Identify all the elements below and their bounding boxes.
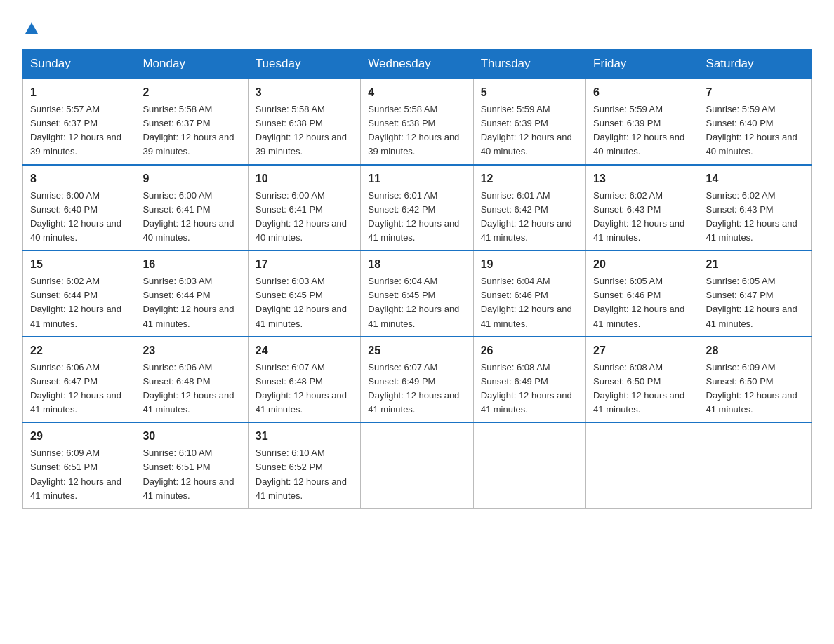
day-number: 6 — [593, 84, 691, 101]
calendar-day-cell: 27Sunrise: 6:08 AMSunset: 6:50 PMDayligh… — [586, 337, 699, 423]
day-number: 23 — [143, 342, 240, 359]
col-header-tuesday: Tuesday — [248, 50, 360, 79]
day-number: 11 — [368, 170, 465, 187]
day-number: 14 — [706, 170, 804, 187]
calendar-week-row: 1Sunrise: 5:57 AMSunset: 6:37 PMDaylight… — [23, 79, 812, 165]
day-info: Sunrise: 6:08 AMSunset: 6:50 PMDaylight:… — [593, 361, 691, 417]
calendar-day-cell: 9Sunrise: 6:00 AMSunset: 6:41 PMDaylight… — [135, 165, 248, 251]
calendar-day-cell: 10Sunrise: 6:00 AMSunset: 6:41 PMDayligh… — [248, 165, 360, 251]
day-number: 2 — [143, 84, 240, 101]
day-info: Sunrise: 6:09 AMSunset: 6:50 PMDaylight:… — [706, 361, 804, 417]
calendar-day-cell: 19Sunrise: 6:04 AMSunset: 6:46 PMDayligh… — [473, 250, 585, 337]
calendar-day-cell: 8Sunrise: 6:00 AMSunset: 6:40 PMDaylight… — [23, 165, 135, 251]
day-info: Sunrise: 6:04 AMSunset: 6:45 PMDaylight:… — [368, 274, 465, 331]
col-header-saturday: Saturday — [699, 50, 811, 79]
day-number: 5 — [481, 84, 578, 101]
day-info: Sunrise: 6:06 AMSunset: 6:48 PMDaylight:… — [143, 361, 240, 417]
calendar-week-row: 15Sunrise: 6:02 AMSunset: 6:44 PMDayligh… — [23, 250, 812, 337]
day-info: Sunrise: 5:58 AMSunset: 6:38 PMDaylight:… — [368, 102, 465, 159]
day-info: Sunrise: 6:05 AMSunset: 6:47 PMDaylight:… — [706, 274, 804, 331]
calendar-day-cell: 29Sunrise: 6:09 AMSunset: 6:51 PMDayligh… — [23, 422, 135, 508]
day-info: Sunrise: 6:03 AMSunset: 6:44 PMDaylight:… — [143, 274, 240, 331]
day-number: 21 — [706, 256, 804, 273]
calendar-day-cell: 14Sunrise: 6:02 AMSunset: 6:43 PMDayligh… — [699, 165, 811, 251]
day-info: Sunrise: 6:01 AMSunset: 6:42 PMDaylight:… — [481, 189, 578, 246]
col-header-friday: Friday — [586, 50, 699, 79]
day-number: 7 — [706, 84, 804, 101]
calendar-header-row: SundayMondayTuesdayWednesdayThursdayFrid… — [23, 50, 812, 79]
calendar-day-cell: 4Sunrise: 5:58 AMSunset: 6:38 PMDaylight… — [361, 79, 473, 165]
calendar-day-cell: 3Sunrise: 5:58 AMSunset: 6:38 PMDaylight… — [248, 79, 360, 165]
col-header-monday: Monday — [135, 50, 248, 79]
day-number: 10 — [256, 170, 353, 187]
day-info: Sunrise: 6:00 AMSunset: 6:41 PMDaylight:… — [143, 189, 240, 246]
calendar-day-cell: 25Sunrise: 6:07 AMSunset: 6:49 PMDayligh… — [361, 337, 473, 423]
day-number: 29 — [30, 428, 128, 445]
calendar-day-cell: 22Sunrise: 6:06 AMSunset: 6:47 PMDayligh… — [23, 337, 135, 423]
day-info: Sunrise: 6:08 AMSunset: 6:49 PMDaylight:… — [481, 361, 578, 417]
day-number: 16 — [143, 256, 240, 273]
day-info: Sunrise: 6:06 AMSunset: 6:47 PMDaylight:… — [30, 361, 128, 417]
day-number: 24 — [256, 342, 353, 359]
day-number: 25 — [368, 342, 465, 359]
calendar-day-cell: 1Sunrise: 5:57 AMSunset: 6:37 PMDaylight… — [23, 79, 135, 165]
calendar-day-cell: 16Sunrise: 6:03 AMSunset: 6:44 PMDayligh… — [135, 250, 248, 337]
svg-marker-0 — [25, 22, 38, 34]
day-info: Sunrise: 6:09 AMSunset: 6:51 PMDaylight:… — [30, 446, 128, 503]
calendar-day-cell — [473, 422, 585, 508]
calendar-table: SundayMondayTuesdayWednesdayThursdayFrid… — [22, 49, 812, 509]
day-info: Sunrise: 6:00 AMSunset: 6:40 PMDaylight:… — [30, 189, 128, 246]
logo — [22, 20, 39, 38]
calendar-day-cell: 5Sunrise: 5:59 AMSunset: 6:39 PMDaylight… — [473, 79, 585, 165]
day-info: Sunrise: 6:07 AMSunset: 6:49 PMDaylight:… — [368, 361, 465, 417]
calendar-day-cell: 12Sunrise: 6:01 AMSunset: 6:42 PMDayligh… — [473, 165, 585, 251]
day-number: 27 — [593, 342, 691, 359]
calendar-day-cell: 2Sunrise: 5:58 AMSunset: 6:37 PMDaylight… — [135, 79, 248, 165]
calendar-week-row: 29Sunrise: 6:09 AMSunset: 6:51 PMDayligh… — [23, 422, 812, 508]
day-info: Sunrise: 5:57 AMSunset: 6:37 PMDaylight:… — [30, 102, 128, 159]
day-info: Sunrise: 6:03 AMSunset: 6:45 PMDaylight:… — [256, 274, 353, 331]
day-number: 13 — [593, 170, 691, 187]
day-number: 22 — [30, 342, 128, 359]
calendar-day-cell: 15Sunrise: 6:02 AMSunset: 6:44 PMDayligh… — [23, 250, 135, 337]
day-number: 4 — [368, 84, 465, 101]
day-info: Sunrise: 6:04 AMSunset: 6:46 PMDaylight:… — [481, 274, 578, 331]
calendar-day-cell: 20Sunrise: 6:05 AMSunset: 6:46 PMDayligh… — [586, 250, 699, 337]
calendar-day-cell: 13Sunrise: 6:02 AMSunset: 6:43 PMDayligh… — [586, 165, 699, 251]
calendar-day-cell — [586, 422, 699, 508]
day-info: Sunrise: 5:59 AMSunset: 6:39 PMDaylight:… — [593, 102, 691, 159]
day-info: Sunrise: 6:00 AMSunset: 6:41 PMDaylight:… — [256, 189, 353, 246]
calendar-day-cell — [361, 422, 473, 508]
day-number: 3 — [256, 84, 353, 101]
calendar-day-cell: 24Sunrise: 6:07 AMSunset: 6:48 PMDayligh… — [248, 337, 360, 423]
calendar-day-cell: 31Sunrise: 6:10 AMSunset: 6:52 PMDayligh… — [248, 422, 360, 508]
day-info: Sunrise: 5:58 AMSunset: 6:37 PMDaylight:… — [143, 102, 240, 159]
day-number: 18 — [368, 256, 465, 273]
day-number: 30 — [143, 428, 240, 445]
calendar-week-row: 22Sunrise: 6:06 AMSunset: 6:47 PMDayligh… — [23, 337, 812, 423]
logo-triangle-icon — [24, 20, 39, 35]
day-number: 28 — [706, 342, 804, 359]
col-header-wednesday: Wednesday — [361, 50, 473, 79]
day-number: 19 — [481, 256, 578, 273]
calendar-day-cell: 28Sunrise: 6:09 AMSunset: 6:50 PMDayligh… — [699, 337, 811, 423]
calendar-day-cell: 7Sunrise: 5:59 AMSunset: 6:40 PMDaylight… — [699, 79, 811, 165]
day-info: Sunrise: 6:01 AMSunset: 6:42 PMDaylight:… — [368, 189, 465, 246]
col-header-sunday: Sunday — [23, 50, 135, 79]
calendar-day-cell: 21Sunrise: 6:05 AMSunset: 6:47 PMDayligh… — [699, 250, 811, 337]
day-number: 12 — [481, 170, 578, 187]
day-number: 20 — [593, 256, 691, 273]
day-number: 31 — [256, 428, 353, 445]
day-info: Sunrise: 5:59 AMSunset: 6:39 PMDaylight:… — [481, 102, 578, 159]
calendar-day-cell: 18Sunrise: 6:04 AMSunset: 6:45 PMDayligh… — [361, 250, 473, 337]
day-number: 1 — [30, 84, 128, 101]
calendar-day-cell: 11Sunrise: 6:01 AMSunset: 6:42 PMDayligh… — [361, 165, 473, 251]
calendar-day-cell — [699, 422, 811, 508]
day-number: 26 — [481, 342, 578, 359]
calendar-day-cell: 23Sunrise: 6:06 AMSunset: 6:48 PMDayligh… — [135, 337, 248, 423]
day-info: Sunrise: 6:10 AMSunset: 6:52 PMDaylight:… — [256, 446, 353, 503]
day-info: Sunrise: 6:02 AMSunset: 6:44 PMDaylight:… — [30, 274, 128, 331]
day-info: Sunrise: 6:02 AMSunset: 6:43 PMDaylight:… — [706, 189, 804, 246]
day-info: Sunrise: 6:05 AMSunset: 6:46 PMDaylight:… — [593, 274, 691, 331]
day-info: Sunrise: 6:10 AMSunset: 6:51 PMDaylight:… — [143, 446, 240, 503]
